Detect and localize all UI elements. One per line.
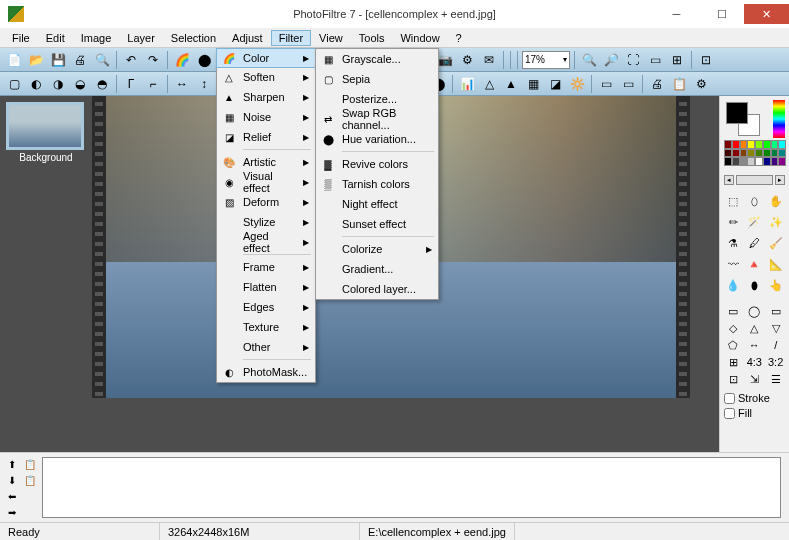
swatch[interactable] bbox=[755, 157, 763, 166]
shape-button[interactable]: ⊡ bbox=[724, 372, 742, 386]
shape-button[interactable]: ▽ bbox=[767, 321, 785, 335]
layer-thumbnail[interactable] bbox=[6, 102, 84, 150]
tool-button[interactable]: 🪄 bbox=[745, 213, 763, 231]
menu-adjust[interactable]: Adjust bbox=[224, 30, 271, 46]
menu-item-photomask-[interactable]: ◐PhotoMask... bbox=[217, 362, 315, 382]
tool-button[interactable]: ✏ bbox=[724, 213, 742, 231]
fill-option[interactable]: Fill bbox=[724, 407, 785, 419]
toolbar-button[interactable]: ▭ bbox=[645, 50, 665, 70]
close-button[interactable] bbox=[744, 4, 789, 24]
menu-item-flatten[interactable]: Flatten▶ bbox=[217, 277, 315, 297]
menu-item-deform[interactable]: ▨Deform▶ bbox=[217, 192, 315, 212]
foreground-color-swatch[interactable] bbox=[726, 102, 748, 124]
swatch[interactable] bbox=[778, 149, 786, 158]
menu-item-other[interactable]: Other▶ bbox=[217, 337, 315, 357]
menu-item-noise[interactable]: ▦Noise▶ bbox=[217, 107, 315, 127]
toolbar-button[interactable]: ◑ bbox=[48, 74, 68, 94]
swatch[interactable] bbox=[740, 140, 748, 149]
minimize-button[interactable] bbox=[654, 4, 699, 24]
scroll-left-icon[interactable]: ◂ bbox=[724, 175, 734, 185]
toolbar-button[interactable]: ⊞ bbox=[667, 50, 687, 70]
swatch[interactable] bbox=[724, 157, 732, 166]
toolbar-button[interactable]: 🖨 bbox=[70, 50, 90, 70]
shape-button[interactable]: 4:3 bbox=[745, 355, 763, 369]
toolbar-button[interactable]: ◓ bbox=[92, 74, 112, 94]
toolbar-button[interactable]: ◪ bbox=[545, 74, 565, 94]
tool-button[interactable]: 🧹 bbox=[767, 234, 785, 252]
toolbar-button[interactable]: 🖨 bbox=[647, 74, 667, 94]
history-icon[interactable]: 📋 bbox=[22, 457, 38, 471]
tool-button[interactable]: ⬚ bbox=[724, 192, 742, 210]
history-icon[interactable]: ➡ bbox=[4, 505, 20, 519]
menu-item-grayscale-[interactable]: ▦Grayscale... bbox=[316, 49, 438, 69]
tool-button[interactable]: 👆 bbox=[767, 276, 785, 294]
swatch[interactable] bbox=[763, 157, 771, 166]
menu-item-soften[interactable]: △Soften▶ bbox=[217, 67, 315, 87]
tool-button[interactable]: ⬯ bbox=[745, 192, 763, 210]
swatch[interactable] bbox=[724, 140, 732, 149]
menu-item-hue-variation-[interactable]: ⬤Hue variation... bbox=[316, 129, 438, 149]
menu-item-sepia[interactable]: ▢Sepia bbox=[316, 69, 438, 89]
swatch[interactable] bbox=[771, 149, 779, 158]
toolbar-button[interactable]: ◒ bbox=[70, 74, 90, 94]
maximize-button[interactable] bbox=[699, 4, 744, 24]
menu-view[interactable]: View bbox=[311, 30, 351, 46]
zoom-combo[interactable]: 17% bbox=[522, 51, 570, 69]
toolbar-button[interactable]: △ bbox=[479, 74, 499, 94]
swatch[interactable] bbox=[740, 157, 748, 166]
color-swatches[interactable] bbox=[724, 140, 786, 166]
swatch[interactable] bbox=[732, 157, 740, 166]
history-icon[interactable]: ⬇ bbox=[4, 473, 20, 487]
swatch[interactable] bbox=[771, 140, 779, 149]
tool-button[interactable]: ✋ bbox=[767, 192, 785, 210]
toolbar-button[interactable]: ⊡ bbox=[696, 50, 716, 70]
tool-button[interactable]: 〰 bbox=[724, 255, 742, 273]
swatch[interactable] bbox=[747, 149, 755, 158]
toolbar-button[interactable]: 📄 bbox=[4, 50, 24, 70]
menu-item-visual-effect[interactable]: ◉Visual effect▶ bbox=[217, 172, 315, 192]
toolbar-button[interactable]: ↶ bbox=[121, 50, 141, 70]
menu-item-sunset-effect[interactable]: Sunset effect bbox=[316, 214, 438, 234]
shape-button[interactable]: ◯ bbox=[745, 304, 763, 318]
swatch[interactable] bbox=[732, 140, 740, 149]
shape-button[interactable]: ⬠ bbox=[724, 338, 742, 352]
stroke-checkbox[interactable] bbox=[724, 393, 735, 404]
toolbar-button[interactable]: ✉ bbox=[479, 50, 499, 70]
menu-item-aged-effect[interactable]: Aged effect▶ bbox=[217, 232, 315, 252]
menu-selection[interactable]: Selection bbox=[163, 30, 224, 46]
toolbar-button[interactable]: ▲ bbox=[501, 74, 521, 94]
tool-button[interactable]: 🖊 bbox=[745, 234, 763, 252]
history-icon[interactable] bbox=[22, 489, 38, 503]
tool-button[interactable]: ✨ bbox=[767, 213, 785, 231]
history-icon[interactable]: ⬅ bbox=[4, 489, 20, 503]
toolbar-button[interactable]: ↕ bbox=[194, 74, 214, 94]
fill-checkbox[interactable] bbox=[724, 408, 735, 419]
hue-bar[interactable] bbox=[773, 100, 785, 138]
swatch[interactable] bbox=[763, 149, 771, 158]
shape-button[interactable]: ↔ bbox=[745, 338, 763, 352]
swatch[interactable] bbox=[771, 157, 779, 166]
palette-scroll[interactable]: ◂ ▸ bbox=[724, 174, 785, 186]
menu-layer[interactable]: Layer bbox=[119, 30, 163, 46]
toolbar-button[interactable]: 🔎 bbox=[601, 50, 621, 70]
tool-button[interactable]: ⬮ bbox=[745, 276, 763, 294]
toolbar-button[interactable]: ⬤ bbox=[194, 50, 214, 70]
menu-item-revive-colors[interactable]: ▓Revive colors bbox=[316, 154, 438, 174]
toolbar-button[interactable]: ▭ bbox=[596, 74, 616, 94]
toolbar-button[interactable]: ⚙ bbox=[691, 74, 711, 94]
history-icon[interactable]: 📋 bbox=[22, 473, 38, 487]
toolbar-button[interactable]: ↷ bbox=[143, 50, 163, 70]
shape-button[interactable]: ☰ bbox=[767, 372, 785, 386]
toolbar-button[interactable]: 📊 bbox=[457, 74, 477, 94]
toolbar-button[interactable]: ▢ bbox=[4, 74, 24, 94]
shape-button[interactable]: ⊞ bbox=[724, 355, 742, 369]
tool-button[interactable]: 💧 bbox=[724, 276, 742, 294]
scroll-track[interactable] bbox=[736, 175, 773, 185]
swatch[interactable] bbox=[732, 149, 740, 158]
swatch[interactable] bbox=[724, 149, 732, 158]
toolbar-button[interactable]: ▭ bbox=[618, 74, 638, 94]
swatch[interactable] bbox=[740, 149, 748, 158]
swatch[interactable] bbox=[778, 140, 786, 149]
menu-window[interactable]: Window bbox=[392, 30, 447, 46]
menu-image[interactable]: Image bbox=[73, 30, 120, 46]
